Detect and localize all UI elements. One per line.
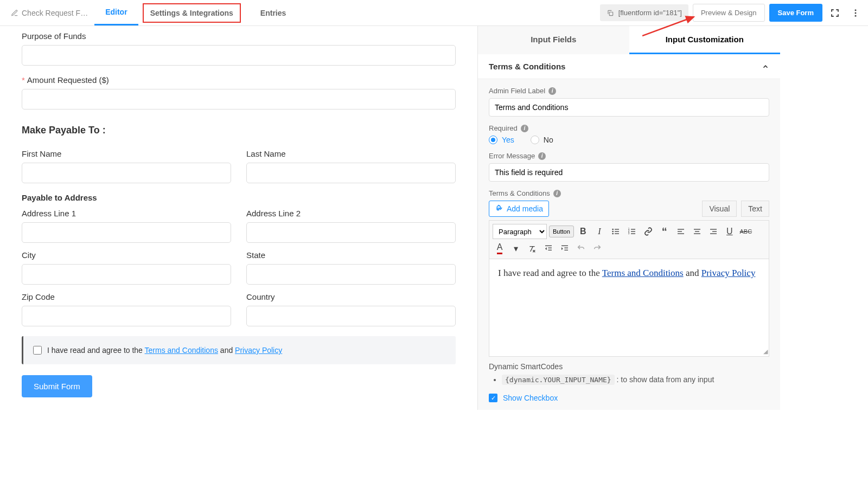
state-input[interactable] [246, 264, 456, 285]
clear-format-icon[interactable] [525, 241, 539, 255]
align-center-icon[interactable] [690, 224, 704, 239]
error-message-input[interactable] [489, 163, 769, 182]
info-icon: i [538, 152, 546, 160]
svg-rect-23 [694, 233, 700, 234]
zip-label: Zip Code [22, 292, 231, 301]
country-input[interactable] [246, 306, 456, 326]
city-input[interactable] [22, 264, 231, 285]
country-label: Country [246, 292, 456, 301]
section-payable-heading: Make Payable To : [22, 125, 456, 136]
media-icon [495, 204, 503, 213]
save-button[interactable]: Save Form [769, 4, 822, 22]
svg-rect-28 [548, 248, 552, 248]
form-canvas: Purpose of Funds *Amount Requested ($) M… [0, 26, 477, 410]
redo-icon[interactable] [590, 241, 604, 255]
addr2-input[interactable] [246, 222, 456, 243]
addr1-label: Address Line 1 [22, 209, 231, 218]
zip-input[interactable] [22, 306, 231, 326]
admin-label-input[interactable] [489, 98, 769, 117]
terms-field[interactable]: I have read and agree to the Terms and C… [22, 336, 456, 364]
svg-rect-11 [615, 233, 619, 234]
svg-point-10 [612, 233, 614, 235]
last-name-input[interactable] [246, 163, 456, 183]
svg-rect-32 [564, 250, 568, 250]
svg-rect-19 [678, 231, 682, 231]
button-insert[interactable]: Button [549, 226, 574, 237]
svg-point-1 [855, 9, 857, 11]
svg-rect-27 [545, 246, 552, 246]
preview-button[interactable]: Preview & Design [693, 4, 765, 22]
svg-rect-7 [615, 229, 619, 229]
svg-rect-9 [615, 231, 619, 231]
text-color-icon[interactable]: A [493, 241, 507, 255]
color-dropdown-icon[interactable]: ▾ [509, 241, 523, 255]
tab-entries[interactable]: Entries [250, 1, 297, 25]
required-yes[interactable]: Yes [489, 136, 514, 144]
required-no[interactable]: No [531, 136, 553, 144]
purpose-input[interactable] [22, 45, 456, 66]
align-left-icon[interactable] [674, 224, 688, 239]
privacy-link[interactable]: Privacy Policy [235, 346, 282, 355]
first-name-label: First Name [22, 149, 231, 158]
outdent-icon[interactable] [541, 241, 556, 255]
fullscreen-icon[interactable] [827, 5, 843, 21]
last-name-label: Last Name [246, 149, 456, 158]
tab-settings[interactable]: Settings & Integrations [143, 3, 241, 23]
svg-rect-25 [712, 231, 717, 231]
editor-tab-text[interactable]: Text [741, 201, 769, 217]
underline-icon[interactable]: U [723, 224, 737, 239]
form-name[interactable]: Check Request F… [4, 9, 94, 17]
first-name-input[interactable] [22, 163, 231, 183]
bold-icon[interactable]: B [576, 224, 590, 239]
svg-point-6 [612, 229, 614, 230]
panel-tab-customization[interactable]: Input Customization [629, 26, 781, 54]
strikethrough-icon[interactable]: ABC [739, 224, 753, 239]
numbered-list-icon[interactable]: 123 [625, 224, 639, 239]
svg-rect-17 [631, 233, 635, 234]
align-right-icon[interactable] [706, 224, 720, 239]
link-icon[interactable] [641, 224, 655, 239]
format-select[interactable]: Paragraph [493, 224, 547, 239]
resize-grip-icon[interactable]: ◢ [763, 348, 768, 355]
panel-section-terms[interactable]: Terms & Conditions [478, 54, 780, 79]
terms-checkbox[interactable] [33, 346, 42, 355]
svg-rect-15 [631, 231, 635, 231]
amount-input[interactable] [22, 89, 456, 110]
submit-button[interactable]: Submit Form [22, 375, 92, 397]
add-media-button[interactable]: Add media [489, 201, 549, 217]
topbar: Check Request F… Editor Settings & Integ… [0, 0, 868, 26]
shortcode-text: [fluentform id="181"] [618, 9, 682, 17]
undo-icon[interactable] [574, 241, 588, 255]
addr2-label: Address Line 2 [246, 209, 456, 218]
svg-rect-22 [695, 231, 699, 231]
more-icon[interactable] [847, 5, 864, 21]
svg-rect-26 [710, 233, 717, 234]
italic-icon[interactable]: I [592, 224, 607, 239]
svg-point-2 [855, 12, 857, 14]
editor-tab-visual[interactable]: Visual [702, 201, 737, 217]
svg-rect-0 [609, 12, 612, 15]
smartcode-item: {dynamic.YOUR_INPUT_NAME} : to show data… [502, 375, 769, 384]
editor-terms-link[interactable]: Terms and Conditions [602, 268, 684, 278]
error-label: Error Messagei [489, 152, 769, 160]
editor-toolbar: Paragraph Button B I 123 “ U ABC A ▾ [489, 220, 769, 259]
svg-point-3 [855, 15, 857, 16]
svg-rect-31 [564, 248, 568, 248]
admin-label: Admin Field Labeli [489, 87, 769, 95]
city-label: City [22, 250, 231, 260]
svg-point-8 [612, 231, 614, 233]
pencil-icon [11, 9, 18, 17]
shortcode-box[interactable]: [fluentform id="181"] [600, 4, 688, 21]
editor-privacy-link[interactable]: Privacy Policy [701, 268, 756, 278]
editor-content[interactable]: I have read and agree to the Terms and C… [489, 259, 769, 357]
svg-rect-24 [710, 229, 717, 229]
addr1-input[interactable] [22, 222, 231, 243]
panel-tab-fields[interactable]: Input Fields [478, 26, 629, 54]
smartcodes-section: Dynamic SmartCodes {dynamic.YOUR_INPUT_N… [489, 362, 769, 384]
bullet-list-icon[interactable] [609, 224, 623, 239]
show-checkbox-toggle[interactable]: ✓ Show Checkbox [489, 394, 769, 402]
tab-editor[interactable]: Editor [94, 0, 138, 25]
terms-link[interactable]: Terms and Conditions [145, 346, 218, 355]
indent-icon[interactable] [558, 241, 572, 255]
quote-icon[interactable]: “ [658, 224, 672, 239]
